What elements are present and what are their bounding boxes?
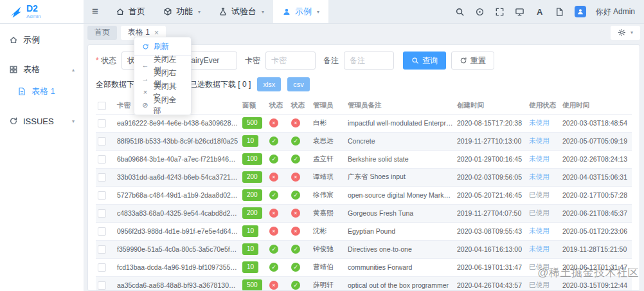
amount-badge: 200	[242, 189, 262, 201]
created-time: 2020-04-26T04:43:57	[457, 281, 522, 289]
use-time: 2020-02-17T00:57:28	[562, 191, 627, 199]
font-size-icon[interactable]: A	[535, 6, 545, 17]
sidebar-item-label: 表格	[23, 64, 40, 75]
use-status: 未使用	[529, 245, 550, 252]
created-time: 2020-02-03T09:56:05	[457, 173, 522, 181]
nav-item-home[interactable]: 首页	[107, 0, 154, 23]
nav-item-playground[interactable]: 试验台 ▾	[210, 0, 273, 23]
sidebar-group-table[interactable]: 表格 ▴	[0, 59, 84, 80]
table-row[interactable]: 33b031dd-aa6d-4243-b6eb-54ca3721bc7c 200…	[96, 168, 632, 186]
admin-note: Berkshire solid state	[348, 155, 409, 163]
table-row[interactable]: 6ba09684-3b1e-40a7-a7ec-f721b946343c 100…	[96, 150, 632, 168]
arrow-left-icon: ←	[141, 61, 149, 69]
search-icon[interactable]	[455, 6, 465, 17]
use-status: 已使用	[529, 191, 550, 198]
amount-badge: 10	[242, 261, 258, 273]
status-icon-2: ✓	[291, 191, 300, 200]
row-checkbox[interactable]	[98, 119, 106, 127]
use-time: 2020-05-07T05:09:19	[562, 137, 627, 145]
use-time: 2019-11-28T15:21:50	[562, 245, 627, 253]
nav-item-features[interactable]: 功能 ▾	[154, 0, 210, 23]
error-log-icon[interactable]	[475, 6, 485, 17]
status-icon-2: ✓	[291, 281, 300, 290]
d2-logo-icon	[9, 5, 22, 18]
status-icon-2: ×	[291, 209, 300, 218]
tab-home[interactable]: 首页	[87, 26, 117, 40]
table-row[interactable]: 5727b68a-c484-49d1-a1b9-2daa8d02bfa3 200…	[96, 186, 632, 204]
close-icon: ×	[141, 88, 149, 96]
col-header-note: 管理员备注	[346, 98, 455, 114]
sidebar-item-demo[interactable]: 示例	[0, 29, 84, 51]
card-id: ea916222-8e94-4e6e-b438-6a3096280f19	[117, 119, 240, 127]
use-time: 2020-03-03T18:48:54	[562, 119, 627, 127]
table-row[interactable]: 88f951f8-b533-43bb-8c9f-b26cd18f0a25 10 …	[96, 132, 632, 150]
admin-name: 袁思远	[313, 136, 334, 144]
tab-settings-button[interactable]: ▾	[611, 26, 640, 40]
fullscreen-icon[interactable]	[495, 6, 505, 17]
use-status: 未使用	[529, 227, 550, 234]
use-status: 未使用	[529, 118, 550, 126]
row-checkbox[interactable]	[98, 155, 106, 164]
admin-note: Concrete	[348, 137, 375, 145]
status-icon-1: ✓	[269, 245, 278, 254]
watermark: @稀土掘金技术社区	[537, 265, 639, 280]
brand-text: D2 Admin	[26, 4, 41, 19]
card-id: 33b031dd-aa6d-4243-b6eb-54ca3721bc7c	[117, 173, 240, 181]
brand-logo[interactable]: D2 Admin	[0, 0, 84, 23]
card-field-label: 卡密	[245, 55, 260, 66]
card-id: f359990e-51a5-4c0a-80c5-3a5c70e5f014	[117, 245, 240, 253]
row-checkbox[interactable]	[98, 245, 106, 254]
status-icon-2: ✓	[291, 263, 300, 272]
select-all-checkbox[interactable]	[98, 102, 106, 110]
note-input[interactable]	[344, 52, 394, 70]
row-checkbox[interactable]	[98, 173, 106, 182]
card-id: fcd13baa-dcda-4a96-91d9-bf109735509e	[117, 263, 240, 271]
sidebar-item-table-1[interactable]: 表格 1	[0, 80, 84, 102]
admin-name: 黄嘉熙	[313, 209, 334, 216]
card-id: c4833a83-68a0-4325-9e54-4cabd8d2b68e	[117, 209, 240, 217]
chevron-up-icon: ▴	[72, 67, 75, 73]
reset-button[interactable]: 重置	[451, 52, 494, 70]
avatar-icon[interactable]	[575, 6, 586, 17]
row-checkbox[interactable]	[98, 137, 106, 146]
status-field-label: * 状态	[96, 55, 116, 66]
row-checkbox[interactable]	[98, 209, 106, 218]
gear-icon	[618, 28, 626, 37]
table-row[interactable]: ea916222-8e94-4e6e-b438-6a3096280f19 500…	[96, 114, 632, 132]
created-time: 2019-11-27T04:07:50	[457, 209, 521, 217]
row-checkbox[interactable]	[98, 227, 106, 236]
admin-note: Egyptian Pound	[348, 227, 395, 235]
search-button[interactable]: 查询	[403, 52, 446, 70]
card-id: aa35cda6-aa68-48a8-bf93-a36781304d93	[117, 281, 240, 289]
nav-item-demo[interactable]: 示例 ▾	[273, 0, 328, 23]
use-time: 2020-04-03T15:06:31	[562, 173, 627, 181]
status-icon-2: ×	[291, 118, 300, 127]
theme-icon[interactable]	[515, 6, 525, 17]
status-icon-1: ×	[269, 173, 278, 182]
card-input[interactable]	[265, 52, 316, 70]
created-time: 2020-06-19T01:31:47	[457, 263, 522, 271]
amount-badge: 200	[242, 207, 262, 219]
sync-icon	[9, 117, 18, 126]
close-icon[interactable]: ×	[154, 29, 159, 37]
sidebar-toggle-button[interactable]: ≡	[84, 0, 107, 23]
status-icon-1: ×	[269, 209, 278, 218]
menu-item-close-all[interactable]: ⊘ 关闭全部	[134, 99, 191, 112]
row-checkbox[interactable]	[98, 191, 106, 200]
row-checkbox[interactable]	[98, 263, 106, 272]
table-row[interactable]: 0956f2d3-988d-4d1e-b91f-e7e5e4d64127 10 …	[96, 222, 632, 240]
home-icon	[116, 7, 125, 16]
document-icon[interactable]	[555, 6, 565, 17]
table-row[interactable]: f359990e-51a5-4c0a-80c5-3a5c70e5f014 10 …	[96, 240, 632, 258]
created-time: 2019-11-27T10:13:00	[457, 137, 521, 145]
download-csv-button[interactable]: csv	[287, 77, 310, 91]
sidebar-group-issues[interactable]: ISSUES ▾	[0, 110, 84, 132]
row-checkbox[interactable]	[98, 281, 106, 290]
download-xlsx-button[interactable]: xlsx	[257, 77, 281, 91]
menu-item-refresh[interactable]: 刷新	[134, 40, 191, 53]
col-header-amount: 面额	[240, 98, 267, 114]
tab-label: 首页	[94, 27, 110, 38]
table-row[interactable]: c4833a83-68a0-4325-9e54-4cabd8d2b68e 200…	[96, 204, 632, 222]
use-time: 2020-03-15T09:12:44	[562, 281, 627, 289]
status-icon-1: ✓	[269, 263, 278, 272]
